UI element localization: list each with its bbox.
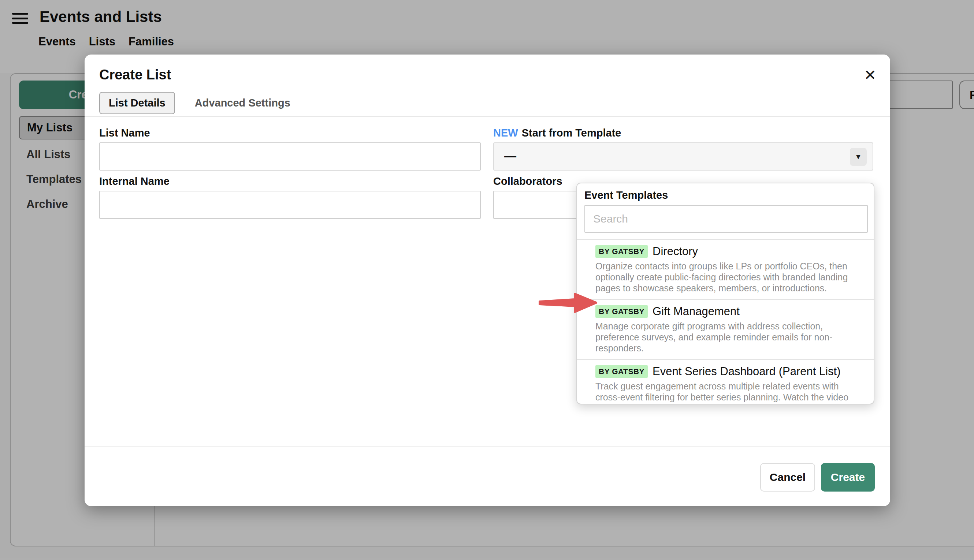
tab-advanced-settings[interactable]: Advanced Settings (195, 97, 290, 109)
template-title: Gift Management (652, 305, 740, 318)
cancel-button[interactable]: Cancel (760, 463, 815, 492)
close-icon[interactable]: ✕ (864, 68, 876, 82)
template-title: Directory (652, 245, 698, 258)
modal-title: Create List (99, 67, 171, 83)
list-name-input[interactable] (99, 142, 481, 170)
template-description: Organize contacts into groups like LPs o… (595, 261, 854, 293)
template-list: BY GATSBY Directory Organize contacts in… (577, 239, 874, 405)
screen: Events and Lists Events Lists Families C… (0, 0, 974, 560)
template-label-text: Start from Template (522, 127, 621, 139)
template-select[interactable]: — ▼ (493, 142, 873, 170)
modal-tabs: List Details Advanced Settings (99, 92, 290, 114)
chevron-down-icon[interactable]: ▼ (850, 148, 867, 166)
modal-footer-divider (85, 446, 890, 447)
by-gatsby-badge: BY GATSBY (595, 245, 648, 258)
template-dropdown-popup: Event Templates BY GATSBY Directory Orga… (576, 183, 874, 405)
create-button[interactable]: Create (821, 463, 875, 492)
by-gatsby-badge: BY GATSBY (595, 305, 648, 318)
template-title: Event Series Dashboard (Parent List) (652, 365, 841, 378)
template-description: Manage corporate gift programs with addr… (595, 321, 854, 353)
annotation-arrow-icon (537, 292, 600, 315)
by-gatsby-badge: BY GATSBY (595, 365, 648, 378)
modal-header-divider (85, 116, 890, 117)
template-option-directory[interactable]: BY GATSBY Directory Organize contacts in… (577, 239, 874, 299)
list-name-label: List Name (99, 127, 150, 139)
template-option-event-series-dashboard[interactable]: BY GATSBY Event Series Dashboard (Parent… (577, 359, 874, 405)
template-option-gift-management[interactable]: BY GATSBY Gift Management Manage corpora… (577, 299, 874, 359)
new-badge: NEW (493, 127, 518, 139)
template-label: NEWStart from Template (493, 127, 621, 139)
template-search-input[interactable] (584, 205, 868, 233)
template-description: Track guest engagement across multiple r… (595, 381, 854, 405)
internal-name-input[interactable] (99, 191, 481, 219)
collaborators-label: Collaborators (493, 175, 562, 187)
template-select-value: — (504, 149, 516, 163)
tab-list-details[interactable]: List Details (99, 92, 175, 114)
popup-title: Event Templates (584, 189, 668, 201)
internal-name-label: Internal Name (99, 175, 170, 187)
